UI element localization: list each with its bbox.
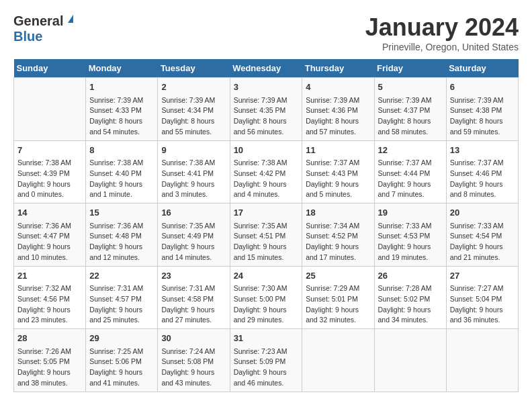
day-info: Sunrise: 7:26 AM Sunset: 5:05 PM Dayligh… [17, 347, 82, 389]
day-info: Sunrise: 7:34 AM Sunset: 4:52 PM Dayligh… [306, 221, 370, 263]
calendar-cell: 12Sunrise: 7:37 AM Sunset: 4:44 PM Dayli… [374, 140, 446, 203]
logo-general-text: General [13, 13, 63, 29]
calendar-cell: 4Sunrise: 7:39 AM Sunset: 4:36 PM Daylig… [302, 78, 374, 141]
day-info: Sunrise: 7:28 AM Sunset: 5:02 PM Dayligh… [378, 283, 443, 326]
day-info: Sunrise: 7:39 AM Sunset: 4:33 PM Dayligh… [89, 95, 154, 138]
day-info: Sunrise: 7:38 AM Sunset: 4:40 PM Dayligh… [89, 158, 154, 200]
calendar-cell: 27Sunrise: 7:27 AM Sunset: 5:04 PM Dayli… [446, 266, 518, 329]
calendar-cell: 13Sunrise: 7:37 AM Sunset: 4:46 PM Dayli… [446, 140, 518, 203]
calendar-cell: 2Sunrise: 7:39 AM Sunset: 4:34 PM Daylig… [158, 78, 230, 141]
calendar-cell: 8Sunrise: 7:38 AM Sunset: 4:40 PM Daylig… [86, 140, 158, 203]
day-info: Sunrise: 7:32 AM Sunset: 4:56 PM Dayligh… [17, 283, 82, 326]
calendar-cell: 9Sunrise: 7:38 AM Sunset: 4:41 PM Daylig… [158, 140, 230, 203]
title-block: January 2024 Prineville, Oregon, United … [365, 13, 519, 52]
day-number: 28 [17, 332, 82, 345]
day-info: Sunrise: 7:33 AM Sunset: 4:53 PM Dayligh… [378, 221, 443, 263]
calendar-cell: 22Sunrise: 7:31 AM Sunset: 4:57 PM Dayli… [86, 266, 158, 329]
day-info: Sunrise: 7:30 AM Sunset: 5:00 PM Dayligh… [234, 283, 299, 326]
day-info: Sunrise: 7:39 AM Sunset: 4:37 PM Dayligh… [378, 95, 443, 138]
calendar-cell: 29Sunrise: 7:25 AM Sunset: 5:06 PM Dayli… [86, 329, 158, 392]
day-number: 8 [89, 144, 154, 157]
day-number: 29 [89, 332, 154, 345]
calendar-cell [302, 329, 374, 392]
calendar-cell: 1Sunrise: 7:39 AM Sunset: 4:33 PM Daylig… [86, 78, 158, 141]
calendar-cell: 7Sunrise: 7:38 AM Sunset: 4:39 PM Daylig… [14, 140, 86, 203]
day-number: 26 [378, 269, 443, 283]
calendar-cell: 15Sunrise: 7:36 AM Sunset: 4:48 PM Dayli… [86, 203, 158, 267]
day-info: Sunrise: 7:36 AM Sunset: 4:47 PM Dayligh… [17, 221, 82, 263]
week-row-2: 7Sunrise: 7:38 AM Sunset: 4:39 PM Daylig… [14, 140, 519, 203]
calendar-cell: 20Sunrise: 7:33 AM Sunset: 4:54 PM Dayli… [446, 203, 518, 267]
day-number: 15 [89, 206, 154, 220]
calendar-cell [446, 329, 518, 392]
day-info: Sunrise: 7:37 AM Sunset: 4:43 PM Dayligh… [306, 158, 370, 200]
day-info: Sunrise: 7:39 AM Sunset: 4:36 PM Dayligh… [306, 95, 370, 138]
day-info: Sunrise: 7:38 AM Sunset: 4:39 PM Dayligh… [17, 158, 82, 200]
calendar-cell: 11Sunrise: 7:37 AM Sunset: 4:43 PM Dayli… [302, 140, 374, 203]
day-number: 18 [306, 206, 370, 220]
day-number: 4 [306, 81, 370, 94]
day-info: Sunrise: 7:31 AM Sunset: 4:57 PM Dayligh… [89, 283, 154, 326]
week-row-3: 14Sunrise: 7:36 AM Sunset: 4:47 PM Dayli… [14, 203, 519, 267]
week-row-5: 28Sunrise: 7:26 AM Sunset: 5:05 PM Dayli… [14, 329, 519, 392]
days-header-row: SundayMondayTuesdayWednesdayThursdayFrid… [14, 59, 519, 78]
day-number: 14 [17, 206, 82, 220]
week-row-1: 1Sunrise: 7:39 AM Sunset: 4:33 PM Daylig… [14, 78, 519, 141]
day-number: 30 [161, 332, 226, 345]
day-header-saturday: Saturday [446, 59, 518, 78]
calendar-cell: 19Sunrise: 7:33 AM Sunset: 4:53 PM Dayli… [374, 203, 446, 267]
calendar-cell: 18Sunrise: 7:34 AM Sunset: 4:52 PM Dayli… [302, 203, 374, 267]
logo: General Blue [13, 13, 76, 44]
day-info: Sunrise: 7:27 AM Sunset: 5:04 PM Dayligh… [450, 283, 515, 326]
day-header-tuesday: Tuesday [158, 59, 230, 78]
calendar-cell: 5Sunrise: 7:39 AM Sunset: 4:37 PM Daylig… [374, 78, 446, 141]
day-info: Sunrise: 7:38 AM Sunset: 4:41 PM Dayligh… [161, 158, 226, 200]
day-info: Sunrise: 7:33 AM Sunset: 4:54 PM Dayligh… [450, 221, 515, 263]
week-row-4: 21Sunrise: 7:32 AM Sunset: 4:56 PM Dayli… [14, 266, 519, 329]
day-number: 10 [234, 144, 299, 157]
day-info: Sunrise: 7:31 AM Sunset: 4:58 PM Dayligh… [161, 283, 226, 326]
day-info: Sunrise: 7:37 AM Sunset: 4:44 PM Dayligh… [378, 158, 443, 200]
calendar-cell: 17Sunrise: 7:35 AM Sunset: 4:51 PM Dayli… [230, 203, 302, 267]
day-info: Sunrise: 7:35 AM Sunset: 4:51 PM Dayligh… [234, 221, 299, 263]
calendar-cell [374, 329, 446, 392]
day-number: 17 [234, 206, 299, 220]
day-number: 22 [89, 269, 154, 283]
calendar-cell: 28Sunrise: 7:26 AM Sunset: 5:05 PM Dayli… [14, 329, 86, 392]
svg-marker-0 [68, 15, 73, 23]
day-number: 23 [161, 269, 226, 283]
day-number: 2 [161, 81, 226, 94]
calendar-cell: 23Sunrise: 7:31 AM Sunset: 4:58 PM Dayli… [158, 266, 230, 329]
day-number: 16 [161, 206, 226, 220]
day-number: 11 [306, 144, 370, 157]
calendar-cell: 10Sunrise: 7:38 AM Sunset: 4:42 PM Dayli… [230, 140, 302, 203]
calendar-cell: 26Sunrise: 7:28 AM Sunset: 5:02 PM Dayli… [374, 266, 446, 329]
day-number: 13 [450, 144, 515, 157]
day-number: 31 [234, 332, 299, 345]
day-info: Sunrise: 7:38 AM Sunset: 4:42 PM Dayligh… [234, 158, 299, 200]
day-info: Sunrise: 7:39 AM Sunset: 4:38 PM Dayligh… [450, 95, 515, 138]
day-info: Sunrise: 7:24 AM Sunset: 5:08 PM Dayligh… [161, 347, 226, 389]
calendar-table: SundayMondayTuesdayWednesdayThursdayFrid… [13, 59, 519, 392]
day-info: Sunrise: 7:35 AM Sunset: 4:49 PM Dayligh… [161, 221, 226, 263]
day-info: Sunrise: 7:36 AM Sunset: 4:48 PM Dayligh… [89, 221, 154, 263]
calendar-cell: 16Sunrise: 7:35 AM Sunset: 4:49 PM Dayli… [158, 203, 230, 267]
location-text: Prineville, Oregon, United States [365, 42, 519, 52]
calendar-cell: 25Sunrise: 7:29 AM Sunset: 5:01 PM Dayli… [302, 266, 374, 329]
day-info: Sunrise: 7:37 AM Sunset: 4:46 PM Dayligh… [450, 158, 515, 200]
day-info: Sunrise: 7:39 AM Sunset: 4:35 PM Dayligh… [234, 95, 299, 138]
day-info: Sunrise: 7:23 AM Sunset: 5:09 PM Dayligh… [234, 347, 299, 389]
calendar-cell: 24Sunrise: 7:30 AM Sunset: 5:00 PM Dayli… [230, 266, 302, 329]
calendar-cell: 31Sunrise: 7:23 AM Sunset: 5:09 PM Dayli… [230, 329, 302, 392]
day-info: Sunrise: 7:39 AM Sunset: 4:34 PM Dayligh… [161, 95, 226, 138]
day-number: 6 [450, 81, 515, 94]
calendar-cell: 3Sunrise: 7:39 AM Sunset: 4:35 PM Daylig… [230, 78, 302, 141]
day-number: 27 [450, 269, 515, 283]
calendar-cell: 21Sunrise: 7:32 AM Sunset: 4:56 PM Dayli… [14, 266, 86, 329]
day-info: Sunrise: 7:29 AM Sunset: 5:01 PM Dayligh… [306, 283, 370, 326]
day-number: 9 [161, 144, 226, 157]
day-number: 19 [378, 206, 443, 220]
day-number: 20 [450, 206, 515, 220]
calendar-cell: 6Sunrise: 7:39 AM Sunset: 4:38 PM Daylig… [446, 78, 518, 141]
day-number: 24 [234, 269, 299, 283]
